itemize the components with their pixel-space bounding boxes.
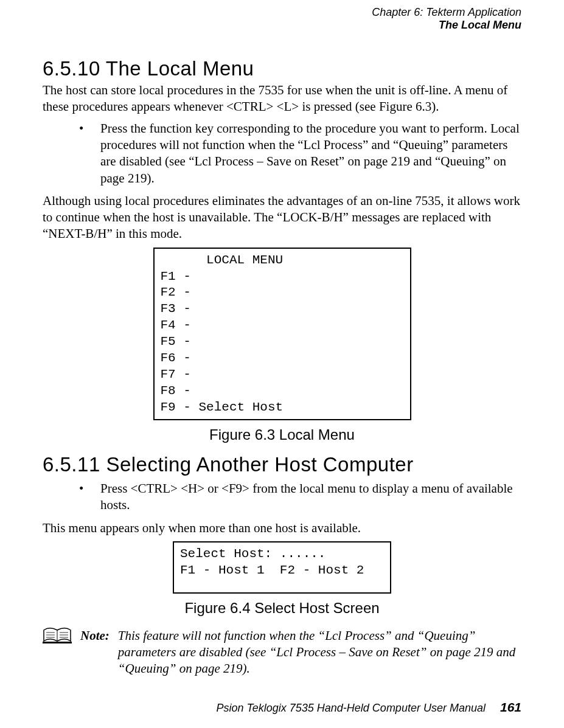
list-item: Press the function key corresponding to … <box>43 120 521 187</box>
paragraph: This menu appears only when more than on… <box>43 520 521 536</box>
note-label: Note: <box>80 628 110 644</box>
terminal-local-menu: LOCAL MENU F1 - F2 - F3 - F4 - F5 - F6 -… <box>153 248 411 421</box>
book-icon <box>43 628 72 645</box>
figure-caption-6-4: Figure 6.4 Select Host Screen <box>43 600 521 617</box>
terminal-select-host: Select Host: ...... F1 - Host 1 F2 - Hos… <box>173 541 391 594</box>
running-header: Chapter 6: Tekterm Application The Local… <box>43 6 521 31</box>
note-text: This feature will not function when the … <box>118 628 521 678</box>
paragraph: The host can store local procedures in t… <box>43 82 521 116</box>
page-footer: Psion Teklogix 7535 Hand-Held Computer U… <box>216 700 521 715</box>
section-heading-6510: 6.5.10 The Local Menu <box>43 58 521 80</box>
figure-caption-6-3: Figure 6.3 Local Menu <box>43 426 521 443</box>
header-chapter: Chapter 6: Tekterm Application <box>43 6 521 19</box>
bullet-list: Press <CTRL> <H> or <F9> from the local … <box>43 480 521 514</box>
section-heading-6511: 6.5.11 Selecting Another Host Computer <box>43 454 521 476</box>
list-item: Press <CTRL> <H> or <F9> from the local … <box>43 480 521 514</box>
bullet-list: Press the function key corresponding to … <box>43 120 521 187</box>
header-section: The Local Menu <box>43 19 521 32</box>
paragraph: Although using local procedures eliminat… <box>43 193 521 243</box>
page-number: 161 <box>500 700 521 715</box>
note-block: Note: This feature will not function whe… <box>43 628 521 678</box>
manual-title: Psion Teklogix 7535 Hand-Held Computer U… <box>216 702 486 715</box>
